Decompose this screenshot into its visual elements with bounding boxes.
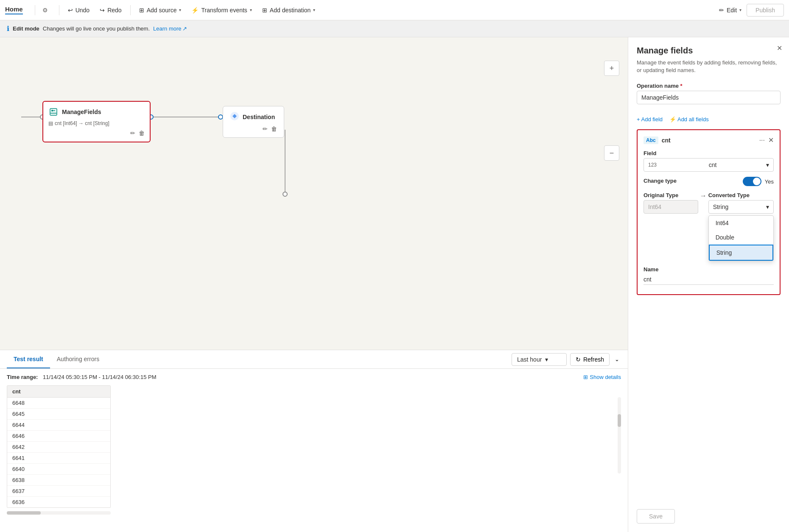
operation-name-input[interactable] [637, 91, 781, 104]
data-table-wrapper: cnt 6648 6645 6644 6646 6642 6641 6640 6… [7, 385, 621, 515]
time-range-select[interactable]: Last hour ▾ [512, 353, 567, 366]
time-select-chevron: ▾ [545, 356, 548, 363]
add-source-button[interactable]: ⊞ Add source ▾ [134, 4, 187, 16]
add-source-icon: ⊞ [139, 7, 144, 14]
manage-fields-node[interactable]: ManageFields ▤ cnt [Int64] → cnt [String… [42, 101, 151, 142]
cnt-close-button[interactable]: ✕ [768, 136, 774, 144]
time-range-text: Time range: 11/14/24 05:30:15 PM - 11/14… [7, 374, 157, 380]
grid-icon: ⊞ [583, 374, 588, 380]
edit-mode-banner: ℹ Edit mode Changes will go live once yo… [0, 20, 789, 37]
show-details-button[interactable]: ⊞ Show details [583, 374, 621, 380]
cnt-more-button[interactable]: ··· [759, 136, 765, 144]
top-navigation: Home ⚙ ↩ Undo ↪ Redo ⊞ Add source ▾ ⚡ Tr… [0, 0, 789, 20]
main-layout: ManageFields ▤ cnt [Int64] → cnt [String… [0, 37, 789, 532]
destination-inner: Destination [230, 111, 277, 122]
zoom-out-button[interactable]: − [604, 145, 619, 161]
flow-diagram[interactable]: ManageFields ▤ cnt [Int64] → cnt [String… [0, 37, 628, 350]
table-vertical-scrollbar[interactable] [618, 397, 621, 474]
show-details-label: Show details [590, 374, 621, 380]
time-range-label: Time range: [7, 374, 38, 380]
destination-node[interactable]: Destination ✏ 🗑 [223, 106, 284, 138]
delete-dest-icon[interactable]: 🗑 [271, 125, 277, 132]
edit-chevron: ▾ [739, 8, 741, 12]
flow-connections [0, 37, 628, 350]
type-conversion-row: Original Type → Converted Type String ▾ [644, 192, 774, 261]
subtitle-text: cnt [Int64] → cnt [String] [55, 120, 109, 126]
name-field-input[interactable] [644, 274, 774, 285]
converted-type-chevron: ▾ [766, 203, 769, 210]
node-title: ManageFields [62, 109, 101, 115]
dropdown-item-double[interactable]: Double [709, 230, 773, 245]
add-field-row: + Add field ⚡ Add all fields [637, 116, 781, 123]
edit-node-icon[interactable]: ✏ [130, 130, 135, 136]
table-row: 6641 [7, 453, 110, 464]
edit-button[interactable]: ✏ Edit ▾ [714, 4, 747, 16]
edit-banner-description: Changes will go live once you publish th… [43, 25, 150, 32]
scrollbar-thumb[interactable] [618, 414, 621, 427]
field-select[interactable]: 123 cnt ▾ [644, 158, 774, 172]
converted-type-select[interactable]: String ▾ [708, 200, 774, 214]
expand-panel-button[interactable]: ⌄ [613, 354, 621, 364]
refresh-button[interactable]: ↻ Refresh [570, 353, 610, 366]
undo-button[interactable]: ↩ Undo [63, 4, 95, 16]
redo-button[interactable]: ↪ Redo [95, 4, 126, 16]
delete-node-icon[interactable]: 🗑 [139, 130, 145, 136]
learn-more-link[interactable]: Learn more ↗ [153, 25, 187, 32]
transform-icon: ⚡ [191, 7, 199, 14]
dropdown-items-list: Int64 Double String [708, 215, 774, 261]
table-row: 6637 [7, 486, 110, 497]
tab-authoring-errors[interactable]: Authoring errors [50, 351, 106, 368]
destination-actions: ✏ 🗑 [230, 125, 277, 132]
add-field-button[interactable]: + Add field [637, 116, 663, 123]
cnt-card-title: cnt [662, 137, 756, 144]
svg-rect-7 [50, 109, 57, 115]
table-row: 6638 [7, 475, 110, 486]
dropdown-item-int64[interactable]: Int64 [709, 216, 773, 230]
zoom-in-button[interactable]: + [604, 61, 619, 76]
save-button[interactable]: Save [637, 509, 675, 524]
operation-name-label: Operation name * [637, 83, 781, 89]
publish-button[interactable]: Publish [747, 4, 784, 17]
home-tab[interactable]: Home [5, 6, 23, 14]
transform-events-button[interactable]: ⚡ Transform events ▾ [186, 4, 257, 16]
edit-dest-icon[interactable]: ✏ [263, 125, 268, 132]
original-type-input [644, 200, 698, 214]
table-horizontal-scrollbar[interactable] [7, 511, 111, 515]
operation-name-field: Operation name * [637, 83, 781, 111]
add-destination-label: Add destination [270, 7, 311, 14]
field-icon: 123 [648, 162, 657, 168]
edit-mode-label: Edit mode [13, 25, 39, 32]
tab-test-result[interactable]: Test result [7, 351, 50, 368]
time-range-row: Time range: 11/14/24 05:30:15 PM - 11/14… [7, 374, 621, 380]
destination-icon [230, 111, 239, 122]
add-destination-button[interactable]: ⊞ Add destination ▾ [257, 4, 321, 16]
change-type-toggle[interactable] [743, 177, 761, 186]
bottom-tabs: Test result Authoring errors Last hour ▾… [0, 350, 628, 369]
subtitle-icon: ▤ [48, 120, 53, 126]
svg-point-4 [218, 115, 223, 119]
panel-close-button[interactable]: ✕ [777, 44, 782, 52]
gear-icon[interactable]: ⚙ [39, 3, 52, 17]
field-selector-label: Field [644, 150, 774, 156]
redo-icon: ↪ [100, 7, 105, 14]
last-hour-label: Last hour [517, 356, 542, 363]
toggle-yes-label: Yes [765, 178, 774, 185]
manage-fields-panel: ✕ Manage fields Manage the event fields … [628, 37, 789, 532]
table-row: 6640 [7, 464, 110, 475]
dropdown-item-string[interactable]: String [709, 245, 773, 261]
table-row: 6636 [7, 497, 110, 507]
nav-divider-3 [130, 5, 131, 15]
table-row: 6642 [7, 442, 110, 453]
svg-point-6 [283, 192, 287, 196]
add-all-fields-button[interactable]: ⚡ Add all fields [669, 116, 709, 123]
cnt-card-header: Abc cnt ··· ✕ [644, 136, 774, 144]
horiz-scrollbar-thumb[interactable] [7, 511, 41, 515]
node-subtitle: ▤ cnt [Int64] → cnt [String] [48, 120, 145, 126]
table-row: 6644 [7, 420, 110, 431]
canvas-area: ManageFields ▤ cnt [Int64] → cnt [String… [0, 37, 628, 532]
save-button-row: Save [637, 502, 781, 524]
table-row: 6646 [7, 431, 110, 442]
add-destination-chevron: ▾ [313, 8, 315, 12]
bottom-content: Time range: 11/14/24 05:30:15 PM - 11/14… [0, 369, 628, 532]
table-row: 6648 [7, 398, 110, 409]
